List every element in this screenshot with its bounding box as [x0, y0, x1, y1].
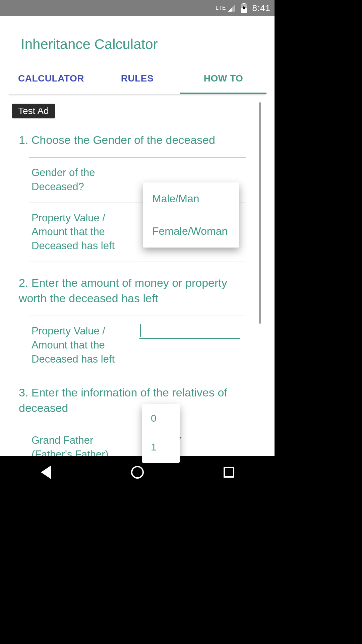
- svg-rect-2: [243, 3, 246, 4]
- page-title: Inheritance Calculator: [0, 16, 275, 66]
- gender-option-male[interactable]: Male/Man: [143, 182, 239, 215]
- number-popup: 0 1: [142, 404, 180, 463]
- number-option-0[interactable]: 0: [142, 404, 180, 433]
- content-scroll-area[interactable]: Test Ad 1. Choose the Gender of the dece…: [0, 94, 275, 434]
- tab-bar: CALCULATOR RULES HOW TO: [8, 66, 266, 94]
- gender-option-female[interactable]: Female/Woman: [143, 215, 239, 248]
- divider: [29, 262, 246, 262]
- tab-how-to[interactable]: HOW TO: [180, 66, 266, 94]
- tab-rules[interactable]: RULES: [94, 66, 180, 94]
- property-label-1: Property Value / Amount that the Decease…: [29, 211, 129, 253]
- recent-icon: [224, 467, 234, 478]
- system-nav-bar: [0, 456, 275, 488]
- divider: [29, 375, 246, 375]
- step1-heading: 1. Choose the Gender of the deceased: [19, 132, 256, 148]
- back-icon: [41, 466, 51, 479]
- recent-apps-button[interactable]: [219, 462, 239, 482]
- ad-badge: Test Ad: [12, 104, 55, 118]
- battery-charging-icon: [241, 3, 247, 13]
- network-type-label: LTE: [216, 5, 226, 11]
- scrollbar-thumb[interactable]: [259, 102, 261, 324]
- text-cursor: [140, 324, 141, 337]
- back-button[interactable]: [36, 462, 56, 482]
- property-label-2: Property Value / Amount that the Decease…: [29, 324, 129, 366]
- property-value-input[interactable]: [139, 324, 240, 339]
- tab-calculator[interactable]: CALCULATOR: [8, 66, 94, 94]
- status-bar: LTE 8:41: [0, 0, 275, 16]
- step3-heading: 3. Enter the information of the relative…: [19, 385, 256, 416]
- app-window: Inheritance Calculator CALCULATOR RULES …: [0, 16, 275, 456]
- step2-heading: 2. Enter the amount of money or property…: [19, 275, 256, 306]
- signal-icon: [227, 4, 236, 12]
- number-option-1[interactable]: 1: [142, 433, 180, 462]
- clock-label: 8:41: [252, 3, 270, 13]
- home-button[interactable]: [127, 462, 147, 482]
- gender-popup: Male/Man Female/Woman: [143, 182, 239, 248]
- home-icon: [131, 466, 144, 479]
- gender-label: Gender of the Deceased?: [29, 166, 129, 194]
